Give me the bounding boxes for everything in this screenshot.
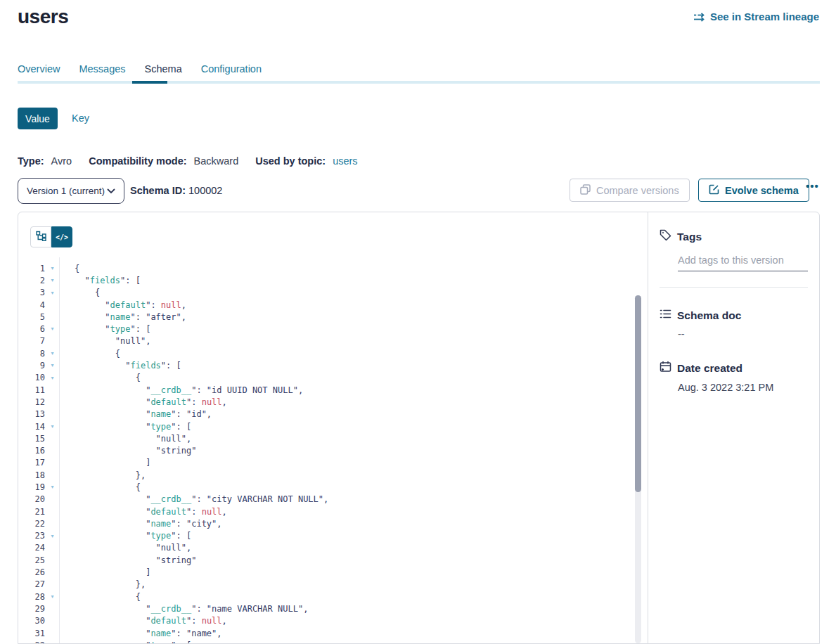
line-number: 1: [18, 264, 45, 273]
fold-arrow-icon[interactable]: ▾: [45, 639, 60, 643]
sidebar-divider: [660, 287, 808, 288]
code-line: 7 "null",: [18, 335, 648, 347]
code-line: 31 "name": "name",: [18, 627, 648, 639]
line-number: 21: [18, 507, 45, 517]
fold-arrow-icon[interactable]: ▾: [45, 323, 60, 335]
line-number: 31: [18, 629, 45, 638]
code-text: "name": "city",: [60, 519, 222, 529]
code-line: 30 "default": null,: [18, 615, 648, 627]
date-created-value: Aug. 3 2022 3:21 PM: [678, 382, 808, 393]
fold-arrow-icon[interactable]: ▾: [45, 347, 60, 359]
code-line: 18 },: [18, 469, 648, 481]
schema-doc-title: Schema doc: [677, 309, 741, 322]
code-line: 22 "name": "city",: [18, 517, 648, 529]
code-line: 3▾ {: [18, 287, 648, 299]
line-number: 4: [18, 300, 45, 310]
line-number: 17: [18, 458, 45, 468]
fold-arrow-icon[interactable]: ▾: [45, 530, 60, 542]
value-toggle-button[interactable]: Value: [18, 108, 58, 129]
code-lines: 1▾{2▾ "fields": [3▾ {4 "default": null,5…: [18, 262, 648, 643]
code-line: 25 "string": [18, 554, 648, 566]
schema-panel: </> 1▾{2▾ "fields": [3▾ {4 "default": nu…: [18, 212, 820, 644]
fold-arrow-icon[interactable]: ▾: [45, 262, 60, 274]
add-tags-input[interactable]: [678, 255, 808, 271]
code-view-button[interactable]: </>: [51, 226, 72, 247]
code-text: "default": null,: [60, 616, 227, 626]
stream-lineage-label: See in Stream lineage: [710, 11, 819, 22]
code-text: },: [60, 579, 146, 589]
fold-arrow-icon[interactable]: ▾: [45, 420, 60, 432]
evolve-schema-label: Evolve schema: [725, 185, 799, 196]
code-text: "default": null,: [60, 300, 186, 310]
code-line: 12 "default": null,: [18, 396, 648, 408]
line-number: 18: [18, 470, 45, 480]
code-line: 11 "__crdb__": "id UUID NOT NULL",: [18, 384, 648, 396]
code-text: {: [60, 592, 141, 602]
code-text: "null",: [60, 336, 150, 346]
fold-arrow-icon[interactable]: ▾: [45, 274, 60, 286]
chevron-down-icon: [107, 186, 115, 196]
code-line: 13 "name": "id",: [18, 408, 648, 420]
see-in-stream-lineage-link[interactable]: See in Stream lineage: [693, 11, 819, 22]
scrollbar-track[interactable]: [635, 295, 641, 643]
code-line: 6▾ "type": [: [18, 323, 648, 335]
topic-link[interactable]: users: [333, 155, 357, 167]
code-line: 32▾ "type": [: [18, 639, 648, 643]
scrollbar-thumb[interactable]: [635, 295, 641, 492]
more-options-button[interactable]: •••: [806, 180, 819, 192]
code-text: "default": null,: [60, 397, 227, 407]
evolve-schema-button[interactable]: Evolve schema: [698, 179, 809, 202]
line-number: 7: [18, 336, 45, 346]
code-text: ]: [60, 567, 150, 577]
code-line: 20 "__crdb__": "city VARCHAR NOT NULL",: [18, 494, 648, 505]
tags-title: Tags: [677, 231, 702, 243]
line-number: 30: [18, 616, 45, 626]
date-created-heading: Date created: [660, 361, 808, 375]
line-number: 27: [18, 579, 45, 589]
schema-id-value: 100002: [188, 185, 222, 196]
line-number: 13: [18, 409, 45, 419]
active-tab-underline: [132, 81, 167, 84]
code-line: 8▾ {: [18, 347, 648, 359]
code-text: "fields": [: [60, 361, 181, 371]
code-line: 10▾ {: [18, 372, 648, 384]
date-created-title: Date created: [677, 362, 742, 375]
code-editor[interactable]: 1▾{2▾ "fields": [3▾ {4 "default": null,5…: [18, 257, 648, 643]
code-text: },: [60, 470, 146, 480]
line-number: 28: [18, 592, 45, 602]
compatibility-label: Compatibility mode:: [89, 155, 186, 167]
code-text: "type": [: [60, 422, 191, 432]
fold-arrow-icon[interactable]: ▾: [45, 359, 60, 371]
tree-view-button[interactable]: [30, 226, 51, 247]
line-number: 25: [18, 555, 45, 565]
code-text: "name": "name",: [60, 629, 222, 638]
compare-versions-icon: [580, 184, 591, 197]
line-number: 10: [18, 373, 45, 382]
code-text: "__crdb__": "id UUID NOT NULL",: [60, 385, 303, 395]
code-line: 5 "name": "after",: [18, 311, 648, 323]
code-text: ]: [60, 458, 150, 468]
fold-arrow-icon[interactable]: ▾: [45, 481, 60, 493]
line-number: 14: [18, 422, 45, 432]
line-number: 3: [18, 288, 45, 297]
compare-versions-button[interactable]: Compare versions: [570, 179, 690, 202]
key-toggle-link[interactable]: Key: [72, 112, 89, 124]
code-line: 16 "string": [18, 444, 648, 456]
fold-arrow-icon[interactable]: ▾: [45, 591, 60, 603]
line-number: 24: [18, 543, 45, 553]
fold-arrow-icon[interactable]: ▾: [45, 372, 60, 384]
fold-arrow-icon[interactable]: ▾: [45, 287, 60, 299]
stream-lineage-icon: [693, 12, 705, 22]
version-select[interactable]: Version 1 (current): [18, 178, 124, 204]
line-number: 32: [18, 640, 45, 643]
page-title: users: [18, 6, 68, 28]
code-text: "default": null,: [60, 507, 227, 517]
line-number: 2: [18, 276, 45, 285]
line-number: 22: [18, 519, 45, 529]
schema-meta-row: Type: Avro Compatibility mode: Backward …: [18, 155, 358, 167]
tags-heading: Tags: [660, 229, 808, 244]
line-number: 16: [18, 446, 45, 456]
edit-icon: [709, 184, 719, 197]
line-number: 29: [18, 604, 45, 614]
schema-id: Schema ID: 100002: [130, 185, 222, 196]
